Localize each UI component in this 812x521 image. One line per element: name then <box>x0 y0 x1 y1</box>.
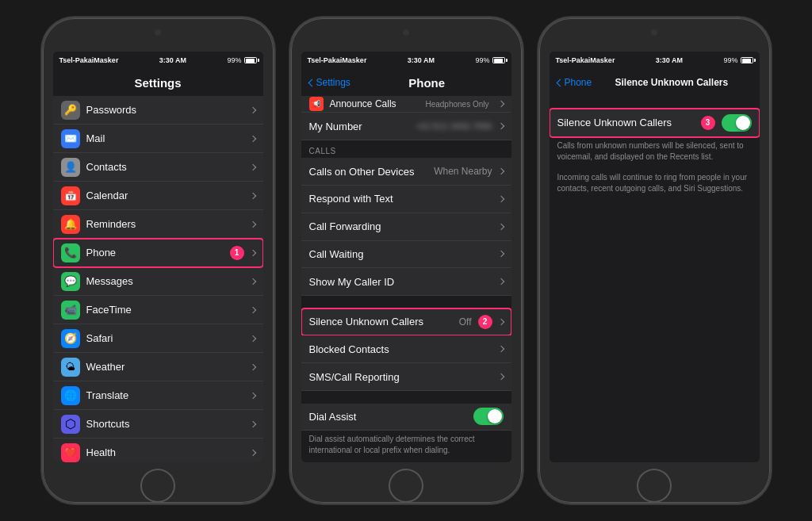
silence-desc-2: Incoming calls will continue to ring fro… <box>550 169 760 201</box>
respond-text-chevron <box>497 196 504 202</box>
safari-label: Safari <box>86 332 244 344</box>
announce-icon: 📢 <box>309 97 324 111</box>
time-3: 3:30 AM <box>656 56 683 64</box>
battery-percent-2: 99% <box>475 56 489 64</box>
partial-announce-calls[interactable]: 📢 Announce Calls Headphones Only <box>301 96 511 113</box>
silence-callers-chevron <box>497 318 504 324</box>
step-badge-1: 1 <box>230 246 244 260</box>
sms-call-label: SMS/Call Reporting <box>309 371 492 383</box>
calendar-chevron <box>249 192 255 198</box>
respond-text-label: Respond with Text <box>309 193 492 205</box>
dial-assist-desc: Dial assist automatically determines the… <box>301 431 511 462</box>
settings-item-calendar[interactable]: 📅 Calendar <box>53 182 263 210</box>
safari-icon: 🧭 <box>61 329 80 348</box>
sms-call-reporting[interactable]: SMS/Call Reporting <box>301 363 511 391</box>
mail-chevron <box>249 135 255 141</box>
settings-item-contacts[interactable]: 👤 Contacts <box>53 153 263 182</box>
battery-area-1: 99% <box>227 56 256 64</box>
messages-chevron <box>249 278 255 284</box>
dial-assist-item[interactable]: Dial Assist <box>301 404 511 431</box>
call-forwarding[interactable]: Call Forwarding <box>301 213 511 241</box>
step-badge-2: 2 <box>478 315 492 329</box>
dial-assist-toggle[interactable] <box>473 408 504 425</box>
settings-item-translate[interactable]: 🌐 Translate <box>53 381 263 410</box>
translate-label: Translate <box>86 389 244 401</box>
back-label-2: Settings <box>316 77 350 88</box>
mail-label: Mail <box>86 132 244 144</box>
calls-other-chevron <box>497 168 504 174</box>
my-number-item[interactable]: My Number +62 812-3456-7890 <box>301 113 511 140</box>
nav-bar-1: Settings <box>53 69 263 96</box>
silence-callers-value: Off <box>459 316 472 328</box>
weather-chevron <box>249 363 255 370</box>
battery-percent-3: 99% <box>723 56 737 64</box>
calendar-icon: 📅 <box>61 186 80 205</box>
home-button-3[interactable] <box>637 469 672 503</box>
contacts-icon: 👤 <box>61 158 80 177</box>
battery-icon-2 <box>492 57 505 63</box>
settings-item-shortcuts[interactable]: ⬡ Shortcuts <box>53 410 263 439</box>
phone-label: Phone <box>86 247 224 259</box>
my-number-value: +62 812-3456-7890 <box>416 121 492 131</box>
settings-item-safari[interactable]: 🧭 Safari <box>53 324 263 353</box>
silence-callers-toggle-item[interactable]: Silence Unknown Callers 3 <box>550 109 760 137</box>
translate-chevron <box>249 392 255 398</box>
home-button-2[interactable] <box>389 469 423 503</box>
facetime-label: FaceTime <box>86 304 244 316</box>
settings-item-passwords[interactable]: 🔑 Passwords <box>53 96 263 125</box>
settings-item-weather[interactable]: 🌤 Weather <box>53 353 263 381</box>
weather-icon: 🌤 <box>61 358 80 377</box>
status-bar-1: Tsel-PakaiMasker 3:30 AM 99% <box>53 52 263 69</box>
nav-bar-3: Phone Silence Unknown Callers <box>550 69 760 96</box>
messages-label: Messages <box>86 275 244 287</box>
show-caller-id-label: Show My Caller ID <box>309 276 492 288</box>
translate-icon: 🌐 <box>61 386 80 405</box>
passwords-icon: 🔑 <box>61 101 80 120</box>
screen-3: Tsel-PakaiMasker 3:30 AM 99% Phone Silen… <box>550 52 760 462</box>
calls-section-header: CALLS <box>301 140 511 158</box>
phone-frame-2: Tsel-PakaiMasker 3:30 AM 99% Settings Ph… <box>289 17 523 504</box>
health-icon: ❤️ <box>61 443 80 462</box>
carrier-2: Tsel-PakaiMasker <box>308 56 367 64</box>
call-forwarding-label: Call Forwarding <box>309 220 492 232</box>
settings-item-mail[interactable]: ✉️ Mail <box>53 125 263 153</box>
silence-toggle[interactable] <box>722 114 752 132</box>
calls-other-devices[interactable]: Calls on Other Devices When Nearby <box>301 158 511 186</box>
blocked-contacts-label: Blocked Contacts <box>309 343 492 355</box>
respond-with-text[interactable]: Respond with Text <box>301 186 511 213</box>
settings-item-health[interactable]: ❤️ Health <box>53 439 263 462</box>
partial-label: Announce Calls <box>330 98 396 109</box>
battery-area-3: 99% <box>723 56 753 64</box>
settings-item-facetime[interactable]: 📹 FaceTime <box>53 296 263 324</box>
silence-desc-1: Calls from unknown numbers will be silen… <box>550 137 760 169</box>
time-2: 3:30 AM <box>408 56 435 64</box>
screen-1: Tsel-PakaiMasker 3:30 AM 99% Settings 🔑 … <box>53 52 263 462</box>
shortcuts-label: Shortcuts <box>86 418 244 430</box>
blocked-contacts[interactable]: Blocked Contacts <box>301 335 511 363</box>
home-button-1[interactable] <box>140 469 175 503</box>
carrier-1: Tsel-PakaiMasker <box>59 56 119 64</box>
sms-call-chevron <box>497 374 504 380</box>
back-button-2[interactable]: Settings <box>309 77 350 88</box>
settings-item-reminders[interactable]: 🔔 Reminders <box>53 210 263 239</box>
silence-toggle-knob <box>736 116 750 130</box>
settings-item-messages[interactable]: 💬 Messages <box>53 267 263 296</box>
call-waiting[interactable]: Call Waiting <box>301 241 511 269</box>
partial-value: Headphones Only <box>425 100 488 109</box>
reminders-chevron <box>249 220 255 227</box>
section-gap-2b <box>301 391 511 403</box>
calls-other-devices-label: Calls on Other Devices <box>309 166 428 178</box>
silence-callers-label: Silence Unknown Callers <box>309 316 453 328</box>
back-chevron-2 <box>308 79 316 86</box>
back-button-3[interactable]: Phone <box>557 77 592 88</box>
safari-chevron <box>249 335 255 341</box>
step-badge-3: 3 <box>701 116 715 130</box>
settings-item-phone[interactable]: 📞 Phone 1 <box>53 239 263 267</box>
time-1: 3:30 AM <box>159 56 186 64</box>
phone-icon: 📞 <box>61 243 80 262</box>
battery-area-2: 99% <box>475 56 504 64</box>
silence-unknown-callers[interactable]: Silence Unknown Callers Off 2 <box>301 308 511 336</box>
screen1-title: Settings <box>61 76 255 90</box>
show-caller-id[interactable]: Show My Caller ID <box>301 268 511 296</box>
back-chevron-3 <box>556 79 564 86</box>
